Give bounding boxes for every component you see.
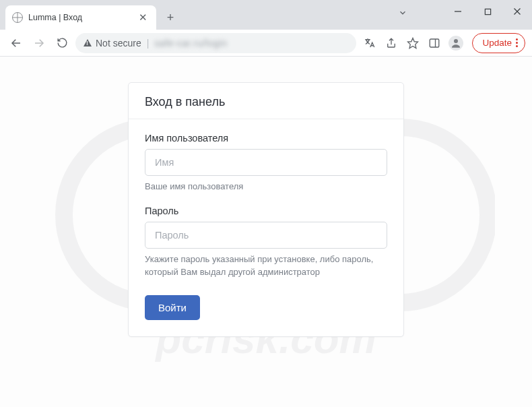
profile-button[interactable] [446,34,465,53]
window-controls [443,0,532,23]
address-bar[interactable]: Not secure | safe-car.ru/login [75,33,356,53]
username-help: Ваше имя пользователя [145,181,387,193]
password-label: Пароль [145,206,387,216]
reload-button[interactable] [53,34,71,53]
submit-button[interactable]: Войти [145,295,200,320]
update-button[interactable]: Update [472,33,525,53]
chevron-down-icon[interactable] [398,8,407,20]
update-label: Update [482,38,512,48]
share-icon[interactable] [382,34,401,53]
close-window-button[interactable] [502,0,532,23]
menu-dots-icon [516,38,518,47]
svg-point-9 [454,39,458,43]
forward-button[interactable] [30,34,48,53]
browser-toolbar: Not secure | safe-car.ru/login Update [0,30,532,57]
browser-tab[interactable]: Lumma | Вход ✕ [5,5,156,30]
tab-bar: Lumma | Вход ✕ + [0,0,532,30]
password-group: Пароль Укажите пароль указанный при уста… [145,206,387,279]
username-group: Имя пользователя Ваше имя пользователя [145,133,387,193]
warning-icon [84,39,92,46]
svg-rect-7 [430,39,440,47]
maximize-button[interactable] [473,0,502,23]
username-label: Имя пользователя [145,133,387,144]
side-panel-icon[interactable] [425,34,444,53]
toolbar-right-icons: Update [360,33,525,53]
tab-title: Lumma | Вход [28,13,131,22]
svg-rect-1 [485,9,490,14]
address-divider: | [147,38,149,49]
card-title: Вход в панель [129,83,403,119]
not-secure-warning: Not secure [84,38,141,49]
avatar-icon [448,36,463,51]
page-content: pcrisk.com Вход в панель Имя пользовател… [0,57,532,407]
translate-icon[interactable] [360,34,379,53]
close-tab-icon[interactable]: ✕ [137,11,149,24]
card-body: Имя пользователя Ваше имя пользователя П… [129,119,403,336]
back-button[interactable] [7,34,26,53]
new-tab-button[interactable]: + [160,7,180,28]
bookmark-icon[interactable] [403,34,422,53]
username-input[interactable] [145,149,387,176]
password-help: Укажите пароль указанный при установке, … [145,253,387,279]
password-input[interactable] [145,222,387,249]
globe-icon [12,12,23,23]
login-card: Вход в панель Имя пользователя Ваше имя … [128,82,404,337]
url-text: safe-car.ru/login [154,38,227,49]
minimize-button[interactable] [443,0,473,23]
not-secure-label: Not secure [96,38,141,49]
svg-marker-6 [408,38,418,48]
